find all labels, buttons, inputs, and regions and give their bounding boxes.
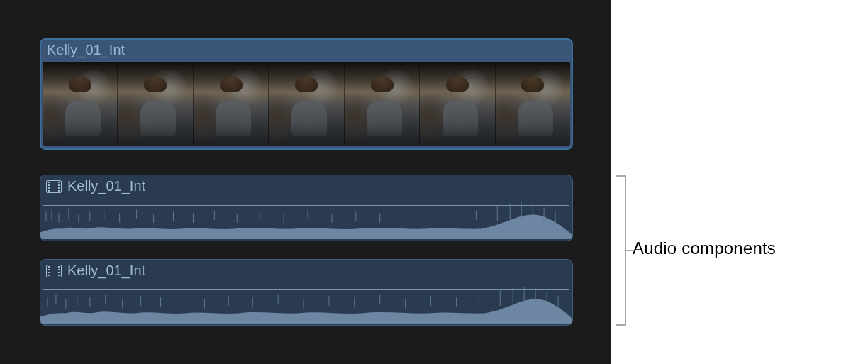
clip-thumbnail: [420, 62, 495, 146]
annotation-panel: Audio components: [611, 0, 868, 364]
audio-component-clip[interactable]: Kelly_01_Int: [40, 175, 573, 241]
audio-waveform[interactable]: [40, 282, 572, 324]
clip-thumbnail-strip: [43, 62, 570, 146]
clip-thumbnail: [43, 62, 118, 146]
clip-thumbnail: [118, 62, 193, 146]
audio-clip-title: Kelly_01_Int: [67, 263, 145, 279]
clip-thumbnail: [194, 62, 269, 146]
clip-thumbnail: [345, 62, 420, 146]
audio-clip-title: Kelly_01_Int: [67, 178, 145, 194]
film-icon: [46, 180, 62, 193]
timeline-panel: Kelly_01_Int Kelly_01_Int: [0, 0, 611, 364]
audio-component-clip[interactable]: Kelly_01_Int: [40, 259, 573, 326]
video-clip[interactable]: Kelly_01_Int: [40, 38, 573, 150]
audio-waveform[interactable]: [40, 198, 572, 239]
clip-title: Kelly_01_Int: [47, 42, 125, 58]
clip-thumbnail: [496, 62, 570, 146]
annotation-label: Audio components: [633, 238, 776, 258]
film-icon: [46, 265, 62, 277]
clip-thumbnail: [269, 62, 344, 146]
annotation-bracket: [616, 175, 628, 326]
